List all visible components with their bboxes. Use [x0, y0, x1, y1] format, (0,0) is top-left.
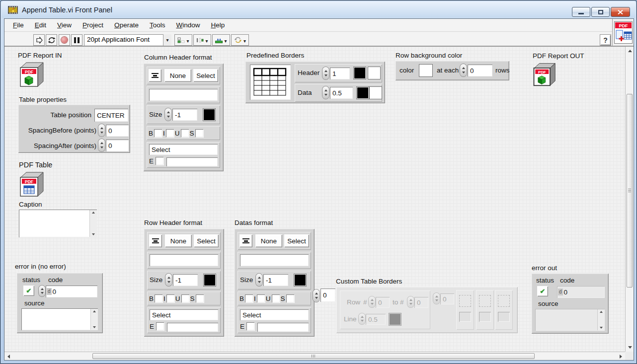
italic-checkbox[interactable]	[166, 294, 174, 302]
close-button[interactable]	[611, 7, 630, 17]
enable-checkbox[interactable]	[246, 322, 254, 330]
interval-field[interactable]: 0	[468, 65, 492, 76]
border-array-index-spinner[interactable]	[313, 290, 319, 302]
format-text-field[interactable]	[240, 254, 309, 266]
header-line-color-box[interactable]	[353, 67, 366, 79]
scroll-left-button[interactable]	[4, 352, 13, 361]
text-align-button[interactable]	[149, 234, 162, 247]
bold-checkbox[interactable]	[155, 294, 162, 302]
enable-checkbox[interactable]	[156, 322, 164, 330]
row-color-box[interactable]	[419, 64, 433, 77]
enable-checkbox[interactable]	[156, 157, 163, 165]
data-width-spinner[interactable]	[322, 86, 329, 99]
error-in-code-field[interactable]: d0	[46, 286, 97, 297]
scroll-down-icon[interactable]	[92, 233, 95, 235]
run-button[interactable]	[33, 34, 45, 46]
scroll-right-button[interactable]	[617, 352, 625, 361]
table-position-field[interactable]: CENTER	[94, 109, 128, 122]
header-width-spinner[interactable]	[322, 67, 329, 79]
size-field[interactable]: -1	[172, 109, 197, 121]
maximize-button[interactable]	[591, 7, 610, 17]
scroll-up-icon[interactable]	[93, 310, 96, 312]
menu-operate[interactable]: Operate	[109, 20, 144, 30]
menu-file[interactable]: File	[7, 20, 29, 30]
horizontal-scroll-thumb[interactable]	[92, 353, 535, 359]
data-line-color-box[interactable]	[356, 86, 369, 99]
font-name-field[interactable]: Select	[150, 309, 218, 320]
strike-checkbox[interactable]	[196, 294, 204, 302]
caption-scrollbar[interactable]	[89, 210, 96, 237]
font-selector[interactable]: 20pt Application Font	[84, 34, 171, 46]
vertical-scroll-thumb[interactable]	[627, 94, 633, 288]
size-spinner[interactable]	[256, 274, 262, 286]
resize-objects-button[interactable]	[212, 34, 230, 46]
size-spinner[interactable]	[165, 274, 172, 286]
align-objects-button[interactable]	[174, 34, 192, 46]
strike-checkbox[interactable]	[195, 129, 203, 137]
abort-button[interactable]	[59, 34, 70, 46]
size-spinner[interactable]	[165, 108, 171, 121]
italic-checkbox[interactable]	[166, 129, 174, 137]
distribute-objects-button[interactable]	[193, 34, 211, 46]
text-align-button[interactable]	[239, 234, 252, 247]
error-in-code-spinner[interactable]	[39, 286, 45, 296]
run-continuously-button[interactable]	[46, 34, 57, 46]
font-name-field[interactable]: Select	[240, 309, 309, 320]
border-style-picture-ring[interactable]	[250, 65, 291, 100]
scroll-down-button[interactable]	[626, 343, 634, 352]
error-in-source-scrollbar[interactable]	[90, 309, 97, 330]
spacing-before-spinner[interactable]	[98, 124, 105, 137]
font-none-button[interactable]: None	[165, 234, 192, 247]
font-name-field[interactable]: Select	[149, 144, 218, 155]
scroll-up-button[interactable]	[626, 47, 634, 55]
menu-view[interactable]: View	[52, 20, 77, 30]
horizontal-scrollbar[interactable]	[4, 352, 625, 360]
menu-project[interactable]: Project	[77, 20, 109, 30]
format-text-field[interactable]	[149, 89, 218, 101]
underline-checkbox[interactable]	[181, 294, 189, 302]
error-in-status-checkbox[interactable]: ✔	[23, 286, 34, 296]
underline-checkbox[interactable]	[181, 129, 189, 137]
text-align-button[interactable]	[149, 69, 161, 82]
menu-help[interactable]: Help	[205, 20, 230, 30]
strike-checkbox[interactable]	[286, 294, 294, 302]
bold-checkbox[interactable]	[245, 294, 253, 302]
text-color-box[interactable]	[294, 274, 307, 287]
text-color-box[interactable]	[203, 274, 216, 287]
header-width-field[interactable]: 1	[330, 68, 350, 79]
menu-window[interactable]: Window	[170, 20, 205, 30]
help-button[interactable]: ?	[600, 34, 611, 46]
data-width-field[interactable]: 0.5	[330, 87, 353, 99]
bold-checkbox[interactable]	[154, 129, 162, 137]
font-select-button[interactable]: Select	[284, 234, 309, 247]
caption-field[interactable]	[19, 210, 97, 237]
scroll-up-icon[interactable]	[92, 212, 95, 214]
reorder-button[interactable]	[231, 34, 249, 46]
error-out-source-scrollbar[interactable]	[597, 309, 604, 330]
border-array-index-field[interactable]: 0	[320, 289, 335, 302]
header-fill-color-box[interactable]	[368, 67, 381, 79]
pdf-report-in-refnum[interactable]: PDF	[17, 60, 45, 90]
pdf-table-refnum[interactable]: PDF	[17, 170, 45, 200]
font-none-button[interactable]: None	[255, 234, 282, 247]
custom-font-field[interactable]	[166, 157, 218, 166]
pause-button[interactable]	[71, 34, 82, 46]
custom-font-field[interactable]	[257, 323, 309, 332]
text-color-box[interactable]	[203, 108, 216, 121]
size-field[interactable]: -1	[263, 274, 288, 286]
titlebar[interactable]: Append Table.vi Front Panel	[1, 1, 636, 18]
spacing-before-field[interactable]: 0	[106, 125, 129, 137]
format-text-field[interactable]	[150, 254, 218, 266]
scroll-up-icon[interactable]	[600, 311, 603, 313]
scroll-down-icon[interactable]	[600, 327, 603, 329]
font-select-button[interactable]: Select	[193, 69, 218, 82]
italic-checkbox[interactable]	[257, 294, 265, 302]
menu-tools[interactable]: Tools	[144, 20, 171, 30]
font-none-button[interactable]: None	[164, 69, 191, 82]
error-in-source-field[interactable]	[21, 308, 98, 330]
menu-edit[interactable]: Edit	[29, 20, 52, 30]
font-selector-chevron-down-icon[interactable]	[163, 34, 171, 46]
spacing-after-field[interactable]: 0	[106, 140, 129, 151]
underline-checkbox[interactable]	[272, 294, 280, 302]
minimize-button[interactable]	[572, 7, 590, 17]
